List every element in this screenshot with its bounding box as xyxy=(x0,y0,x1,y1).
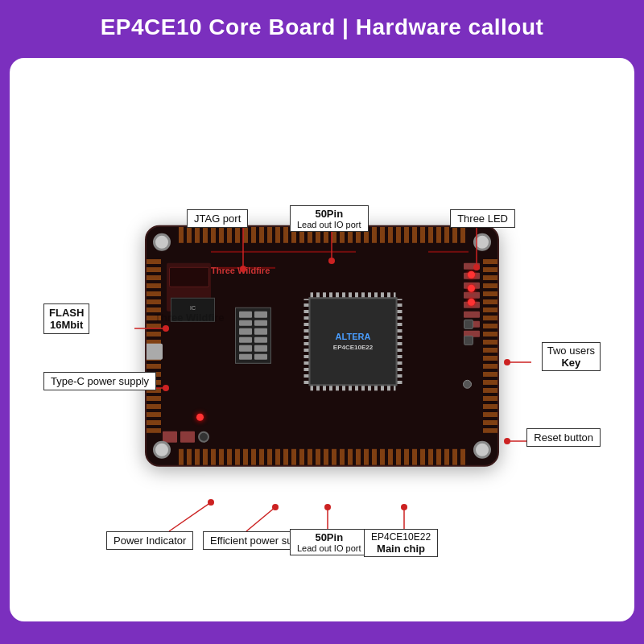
corner-hole-bl xyxy=(153,441,171,459)
user-key-2[interactable] xyxy=(464,336,473,345)
chip-brand: ALTERA xyxy=(333,331,373,343)
reset-button[interactable] xyxy=(463,380,472,389)
led-3 xyxy=(468,299,475,306)
power-indicator-callout: Power Indicator xyxy=(106,531,193,550)
svg-point-11 xyxy=(504,359,510,365)
two-users-key-callout: Two users Key xyxy=(542,342,601,371)
svg-point-17 xyxy=(272,504,279,510)
chip-model-text: EP4CE10E22 xyxy=(333,343,373,352)
page-title: EP4CE10 Core Board | Hardware callout xyxy=(0,0,644,52)
main-content-area: IC xyxy=(10,58,634,621)
three-led-callout: Three LED xyxy=(450,209,515,228)
corner-hole-br xyxy=(473,441,491,459)
flash-callout: FLASH 16Mbit xyxy=(43,303,89,334)
jtag-connector xyxy=(235,308,271,364)
main-chip-top-label: EP4CE10E22 xyxy=(371,531,431,543)
pcb-board: IC xyxy=(145,225,499,467)
jtag-callout: JTAG port xyxy=(187,209,248,228)
two-users-label: Two users xyxy=(547,345,595,357)
50pin-bottom-label: 50Pin xyxy=(297,531,361,543)
50pin-top-callout: 50Pin Lead out IO port xyxy=(290,205,369,232)
reset-button-callout: Reset button xyxy=(526,428,601,447)
usb-connector xyxy=(145,344,163,360)
key-label: Key xyxy=(547,357,595,369)
watermark-text: Three Wildfire xyxy=(155,312,225,324)
right-component xyxy=(464,312,480,318)
50pin-top-label: 50Pin xyxy=(297,208,361,220)
main-fpga-chip: ALTERA EP4CE10E22 xyxy=(309,297,398,386)
led-1 xyxy=(468,271,475,279)
svg-line-16 xyxy=(246,507,275,531)
main-chip-bottom-label: Main chip xyxy=(371,543,431,555)
user-key-1[interactable] xyxy=(464,320,473,329)
svg-point-19 xyxy=(324,504,331,510)
board-logo: Three Wildfire xyxy=(211,266,270,275)
led-2 xyxy=(468,285,475,292)
50pin-bottom-sublabel: Lead out IO port xyxy=(297,543,361,553)
50pin-top-sublabel: Lead out IO port xyxy=(297,220,361,229)
main-chip-callout: EP4CE10E22 Main chip xyxy=(364,529,438,557)
50pin-bottom-callout: 50Pin Lead out IO port xyxy=(290,529,369,555)
power-indicator-led xyxy=(196,414,204,421)
board-diagram: IC xyxy=(141,189,503,503)
corner-hole-tl xyxy=(153,233,171,251)
corner-hole-tr xyxy=(473,233,491,251)
typec-callout: Type-C power supply xyxy=(43,372,156,390)
right-component xyxy=(464,263,480,270)
svg-point-13 xyxy=(504,438,510,444)
pin-header-right xyxy=(483,259,497,433)
svg-line-14 xyxy=(169,502,211,531)
flash-label: FLASH 16Mbit xyxy=(49,307,84,331)
svg-point-21 xyxy=(401,504,407,510)
pin-header-bottom xyxy=(179,449,465,465)
right-component xyxy=(464,292,480,299)
